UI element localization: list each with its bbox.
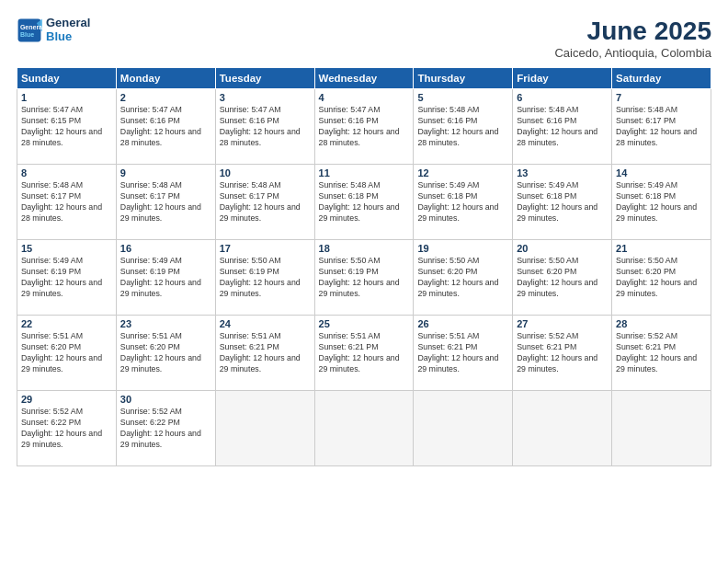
header: General Blue General Blue June 2025 Caic… xyxy=(17,17,711,60)
col-tuesday: Tuesday xyxy=(215,68,314,89)
table-row: 13Sunrise: 5:49 AMSunset: 6:18 PMDayligh… xyxy=(513,165,612,240)
col-friday: Friday xyxy=(513,68,612,89)
table-row: 22Sunrise: 5:51 AMSunset: 6:20 PMDayligh… xyxy=(17,316,117,391)
table-row: 28Sunrise: 5:52 AMSunset: 6:21 PMDayligh… xyxy=(612,316,711,391)
table-row xyxy=(314,391,414,466)
table-row: 10Sunrise: 5:48 AMSunset: 6:17 PMDayligh… xyxy=(215,165,314,240)
table-row: 15Sunrise: 5:49 AMSunset: 6:19 PMDayligh… xyxy=(17,240,117,316)
week-row: 8Sunrise: 5:48 AMSunset: 6:17 PMDaylight… xyxy=(17,165,711,240)
header-row: Sunday Monday Tuesday Wednesday Thursday… xyxy=(17,68,711,89)
table-row: 24Sunrise: 5:51 AMSunset: 6:21 PMDayligh… xyxy=(215,316,314,391)
col-thursday: Thursday xyxy=(414,68,513,89)
week-row: 22Sunrise: 5:51 AMSunset: 6:20 PMDayligh… xyxy=(17,316,711,391)
col-sunday: Sunday xyxy=(17,68,117,89)
table-row: 30Sunrise: 5:52 AMSunset: 6:22 PMDayligh… xyxy=(116,391,215,466)
table-row: 2Sunrise: 5:47 AMSunset: 6:16 PMDaylight… xyxy=(116,89,215,165)
table-row xyxy=(414,391,513,466)
table-row: 9Sunrise: 5:48 AMSunset: 6:17 PMDaylight… xyxy=(116,165,215,240)
table-row xyxy=(513,391,612,466)
calendar-table: Sunday Monday Tuesday Wednesday Thursday… xyxy=(17,67,711,466)
table-row: 19Sunrise: 5:50 AMSunset: 6:20 PMDayligh… xyxy=(414,240,513,316)
col-wednesday: Wednesday xyxy=(314,68,414,89)
table-row: 12Sunrise: 5:49 AMSunset: 6:18 PMDayligh… xyxy=(414,165,513,240)
logo-icon: General Blue xyxy=(17,17,42,43)
table-row: 6Sunrise: 5:48 AMSunset: 6:16 PMDaylight… xyxy=(513,89,612,165)
table-row: 16Sunrise: 5:49 AMSunset: 6:19 PMDayligh… xyxy=(116,240,215,316)
table-row: 21Sunrise: 5:50 AMSunset: 6:20 PMDayligh… xyxy=(612,240,711,316)
logo-blue: Blue xyxy=(46,30,90,44)
week-row: 15Sunrise: 5:49 AMSunset: 6:19 PMDayligh… xyxy=(17,240,711,316)
table-row: 8Sunrise: 5:48 AMSunset: 6:17 PMDaylight… xyxy=(17,165,117,240)
col-saturday: Saturday xyxy=(612,68,711,89)
table-row: 23Sunrise: 5:51 AMSunset: 6:20 PMDayligh… xyxy=(116,316,215,391)
logo: General Blue General Blue xyxy=(17,17,90,44)
table-row: 14Sunrise: 5:49 AMSunset: 6:18 PMDayligh… xyxy=(612,165,711,240)
table-row xyxy=(215,391,314,466)
table-row: 17Sunrise: 5:50 AMSunset: 6:19 PMDayligh… xyxy=(215,240,314,316)
week-row: 1Sunrise: 5:47 AMSunset: 6:15 PMDaylight… xyxy=(17,89,711,165)
table-row: 18Sunrise: 5:50 AMSunset: 6:19 PMDayligh… xyxy=(314,240,414,316)
location: Caicedo, Antioquia, Colombia xyxy=(554,46,711,60)
table-row: 7Sunrise: 5:48 AMSunset: 6:17 PMDaylight… xyxy=(612,89,711,165)
table-row: 1Sunrise: 5:47 AMSunset: 6:15 PMDaylight… xyxy=(17,89,117,165)
logo-general: General xyxy=(46,17,90,30)
table-row: 4Sunrise: 5:47 AMSunset: 6:16 PMDaylight… xyxy=(314,89,414,165)
page: General Blue General Blue June 2025 Caic… xyxy=(0,0,728,563)
svg-text:Blue: Blue xyxy=(20,31,34,38)
week-row: 29Sunrise: 5:52 AMSunset: 6:22 PMDayligh… xyxy=(17,391,711,466)
table-row xyxy=(612,391,711,466)
table-row: 20Sunrise: 5:50 AMSunset: 6:20 PMDayligh… xyxy=(513,240,612,316)
month-title: June 2025 xyxy=(554,17,711,46)
table-row: 3Sunrise: 5:47 AMSunset: 6:16 PMDaylight… xyxy=(215,89,314,165)
table-row: 29Sunrise: 5:52 AMSunset: 6:22 PMDayligh… xyxy=(17,391,117,466)
table-row: 26Sunrise: 5:51 AMSunset: 6:21 PMDayligh… xyxy=(414,316,513,391)
svg-text:General: General xyxy=(20,24,42,30)
table-row: 27Sunrise: 5:52 AMSunset: 6:21 PMDayligh… xyxy=(513,316,612,391)
title-block: June 2025 Caicedo, Antioquia, Colombia xyxy=(554,17,711,60)
table-row: 11Sunrise: 5:48 AMSunset: 6:18 PMDayligh… xyxy=(314,165,414,240)
col-monday: Monday xyxy=(116,68,215,89)
table-row: 25Sunrise: 5:51 AMSunset: 6:21 PMDayligh… xyxy=(314,316,414,391)
table-row: 5Sunrise: 5:48 AMSunset: 6:16 PMDaylight… xyxy=(414,89,513,165)
